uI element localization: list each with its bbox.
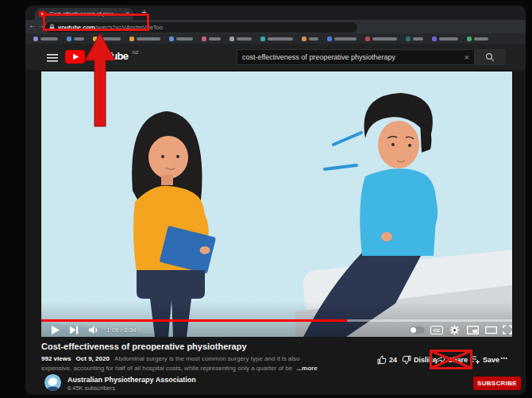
dislike-icon xyxy=(402,355,411,365)
bookmark-favicon xyxy=(406,37,411,41)
bookmark-favicon xyxy=(467,37,472,41)
bookmark-item[interactable] xyxy=(169,37,193,41)
video-title: Cost-effectiveness of preoperative physi… xyxy=(41,342,247,351)
bookmark-favicon xyxy=(327,37,332,41)
search-input[interactable] xyxy=(237,53,465,61)
bookmark-label xyxy=(268,37,293,41)
bookmark-favicon xyxy=(302,37,306,41)
description-line2: expensive, accounting for half of all ho… xyxy=(41,365,292,372)
captions-icon[interactable]: CC xyxy=(430,326,443,334)
bookmark-item[interactable] xyxy=(432,37,458,41)
bookmark-item[interactable] xyxy=(260,37,293,41)
hamburger-menu-icon[interactable] xyxy=(47,54,58,62)
bookmark-favicon xyxy=(67,37,71,41)
more-actions-button[interactable]: ⋯ xyxy=(500,354,507,362)
progress-bar[interactable] xyxy=(41,319,512,322)
save-label: Save xyxy=(483,356,499,364)
settings-gear-icon[interactable] xyxy=(449,325,460,335)
bookmark-favicon xyxy=(365,37,370,41)
play-icon[interactable] xyxy=(51,325,60,335)
bookmark-label xyxy=(334,37,357,41)
subscribe-button[interactable]: SUBSCRIBE xyxy=(473,377,521,390)
bookmark-item[interactable] xyxy=(302,37,318,41)
bookmark-favicon xyxy=(229,37,234,41)
miniplayer-icon[interactable] xyxy=(467,326,479,334)
bookmark-label xyxy=(40,37,58,41)
fullscreen-icon[interactable] xyxy=(503,325,512,334)
bookmark-label xyxy=(237,37,252,41)
search-button[interactable] xyxy=(475,49,505,65)
bookmark-favicon xyxy=(129,37,134,41)
next-icon[interactable] xyxy=(70,326,79,334)
back-icon[interactable]: ← xyxy=(29,21,37,29)
volume-icon[interactable] xyxy=(89,326,100,334)
save-button[interactable]: Save xyxy=(470,355,499,365)
bookmark-label xyxy=(137,37,160,41)
autoplay-toggle-knob xyxy=(411,327,416,333)
bookmark-label xyxy=(309,37,318,41)
view-count: 992 views xyxy=(41,355,71,362)
channel-avatar[interactable] xyxy=(44,374,61,391)
bookmark-label xyxy=(209,37,221,41)
url-highlight-annotation xyxy=(43,14,149,31)
share-crossed-annotation xyxy=(430,350,472,369)
description-line1: Abdominal surgery is the most common sur… xyxy=(114,355,299,362)
bookmark-item[interactable] xyxy=(406,37,423,41)
publish-date: Oct 9, 2020 xyxy=(76,355,110,362)
bookmark-item[interactable] xyxy=(129,37,160,41)
like-button[interactable]: 24 xyxy=(377,355,397,365)
like-icon xyxy=(377,355,387,365)
bookmark-favicon xyxy=(432,37,437,41)
bookmark-item[interactable] xyxy=(202,37,221,41)
search-input-wrap: × xyxy=(237,49,475,65)
bookmark-label xyxy=(413,37,423,41)
progress-played xyxy=(41,319,347,322)
bookmark-item[interactable] xyxy=(365,37,397,41)
bookmark-label xyxy=(474,37,488,41)
bookmark-item[interactable] xyxy=(229,37,252,41)
video-meta-line2: expensive, accounting for half of all ho… xyxy=(41,365,318,372)
search-icon xyxy=(485,52,495,62)
bookmark-item[interactable] xyxy=(467,37,488,41)
autoplay-toggle[interactable] xyxy=(410,327,425,334)
bookmark-label xyxy=(439,37,458,41)
region-label: NZ xyxy=(132,50,138,55)
screenshot-root: Cost-effectiveness of preoperat... × + ←… xyxy=(0,0,532,398)
search-clear-icon[interactable]: × xyxy=(465,52,474,62)
bookmark-label xyxy=(372,37,397,41)
bookmark-favicon xyxy=(260,37,265,41)
bookmark-favicon xyxy=(202,37,206,41)
like-count: 24 xyxy=(389,356,397,364)
subscriber-count: 6.45K subscribers xyxy=(67,384,115,392)
bookmark-label xyxy=(176,37,193,41)
video-meta-line1: 992 views Oct 9, 2020 Abdominal surgery … xyxy=(41,355,300,362)
channel-avatar-art xyxy=(44,374,61,391)
bookmark-item[interactable] xyxy=(33,37,58,41)
bookmark-favicon xyxy=(169,37,174,41)
red-arrow-annotation xyxy=(82,33,118,128)
show-more-button[interactable]: ...more xyxy=(296,365,317,372)
bookmark-favicon xyxy=(33,37,38,41)
bookmark-item[interactable] xyxy=(327,37,357,41)
time-display: 1:08 / 2:34 xyxy=(106,327,137,334)
theater-mode-icon[interactable] xyxy=(485,326,497,334)
channel-name[interactable]: Australian Physiotherapy Association xyxy=(67,376,196,384)
